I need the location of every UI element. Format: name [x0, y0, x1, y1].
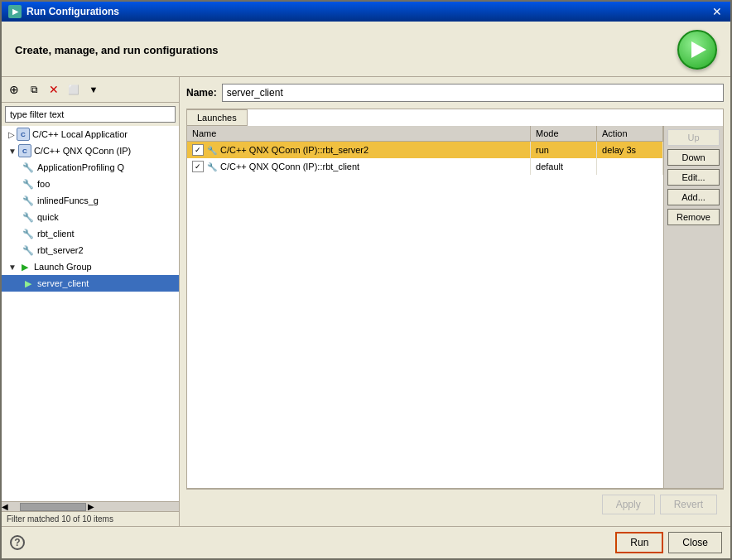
- filter-icon: ▼: [89, 84, 99, 94]
- row2-name-text: C/C++ QNX QConn (IP)::rbt_client: [220, 162, 359, 171]
- apply-button[interactable]: Apply: [602, 495, 655, 514]
- name-label: Name:: [186, 87, 217, 99]
- remove-button[interactable]: Remove: [667, 209, 720, 225]
- tree-item-cpp-qnx[interactable]: ▼ C C/C++ QNX QConn (IP): [2, 142, 179, 159]
- edit-button[interactable]: Edit...: [667, 169, 720, 186]
- quick-icon: 🔧: [22, 210, 35, 224]
- tree-label-foo: foo: [37, 179, 50, 189]
- tree-item-appprofiling[interactable]: 🔧 ApplicationProfiling Q: [2, 159, 179, 176]
- run-icon-button[interactable]: [677, 30, 717, 70]
- row2-name: ✓ 🔧 C/C++ QNX QConn (IP)::rbt_client: [187, 158, 531, 175]
- row2-action: [597, 158, 663, 175]
- scroll-left-button[interactable]: ◀: [2, 502, 8, 511]
- tree-label-cpp-qnx: C/C++ QNX QConn (IP): [34, 146, 131, 156]
- delete-icon: ✕: [49, 83, 59, 96]
- new-icon: ⊕: [9, 83, 19, 96]
- play-icon: [691, 41, 706, 58]
- tree-label-launch-group: Launch Group: [34, 262, 92, 272]
- row2-check-group: ✓ 🔧 C/C++ QNX QConn (IP)::rbt_client: [192, 161, 359, 172]
- filter-button[interactable]: ▼: [84, 80, 103, 99]
- cpp-qnx-icon: C: [18, 144, 31, 157]
- row1-name-text: C/C++ QNX QConn (IP)::rbt_server2: [220, 145, 368, 155]
- row2-icon: 🔧: [206, 161, 218, 172]
- close-button[interactable]: Close: [668, 532, 722, 553]
- row1-action: delay 3s: [597, 142, 663, 159]
- revert-button[interactable]: Revert: [660, 495, 717, 514]
- launches-tab-label: Launches: [187, 109, 248, 126]
- down-button[interactable]: Down: [667, 149, 720, 166]
- expand-arrow-launch-group: ▼: [8, 263, 17, 272]
- title-bar: ▶ Run Configurations ✕: [2, 2, 730, 22]
- content-area: ⊕ ⧉ ✕ ⬜ ▼ ▷: [2, 77, 730, 526]
- tree-item-inlinedfuncs[interactable]: 🔧 inlinedFuncs_g: [2, 192, 179, 209]
- row1-checkbox[interactable]: ✓: [192, 144, 204, 156]
- apply-revert-bar: Apply Revert: [186, 489, 724, 519]
- server-client-icon: ▶: [22, 277, 35, 290]
- main-window: ▶ Run Configurations ✕ Create, manage, a…: [0, 0, 732, 560]
- appprofiling-icon: 🔧: [22, 161, 35, 174]
- launches-panel: Launches Name Mode Action: [186, 109, 724, 489]
- tree-label-server-client: server_client: [37, 278, 89, 288]
- tree-toolbar: ⊕ ⧉ ✕ ⬜ ▼: [2, 77, 179, 103]
- window-icon: ▶: [8, 5, 22, 18]
- scroll-right-button[interactable]: ▶: [88, 502, 94, 511]
- help-button[interactable]: ?: [10, 535, 25, 550]
- tree-item-rbt-server2[interactable]: 🔧 rbt_server2: [2, 242, 179, 258]
- filter-input[interactable]: [5, 106, 176, 123]
- right-panel: Name: Launches Name Mode: [180, 77, 730, 526]
- cpp-local-icon: C: [17, 128, 30, 141]
- new-config-button[interactable]: ⊕: [5, 80, 23, 99]
- horizontal-scrollbar[interactable]: ◀ ▶: [2, 501, 179, 511]
- tree-label-cpp-local: C/C++ Local Applicatior: [32, 129, 128, 139]
- launches-table: Name Mode Action ✓: [187, 126, 663, 488]
- table-row[interactable]: ✓ 🔧 C/C++ QNX QConn (IP)::rbt_server2 ru…: [187, 142, 663, 159]
- title-bar-left: ▶ Run Configurations: [8, 5, 119, 18]
- tree-item-launch-group[interactable]: ▼ ▶ Launch Group: [2, 258, 179, 275]
- row1-mode: run: [531, 142, 597, 159]
- col-header-name: Name: [187, 126, 531, 142]
- run-button[interactable]: Run: [615, 532, 663, 553]
- delete-config-button[interactable]: ✕: [45, 80, 63, 99]
- tree-item-server-client[interactable]: ▶ server_client: [2, 275, 179, 292]
- up-button[interactable]: Up: [667, 129, 720, 146]
- left-panel: ⊕ ⧉ ✕ ⬜ ▼ ▷: [2, 77, 180, 526]
- rbt-server2-icon: 🔧: [22, 244, 35, 257]
- scroll-thumb[interactable]: [20, 503, 86, 511]
- close-window-button[interactable]: ✕: [710, 5, 724, 18]
- window-title: Run Configurations: [26, 6, 119, 17]
- expand-arrow-cpp-qnx: ▼: [8, 147, 17, 156]
- col-header-mode: Mode: [531, 126, 597, 142]
- row1-icon: 🔧: [206, 144, 218, 156]
- export-icon: ⬜: [68, 84, 79, 95]
- inlinedfuncs-icon: 🔧: [22, 194, 35, 207]
- tree-label-appprofiling: ApplicationProfiling Q: [37, 162, 124, 172]
- side-buttons: Up Down Edit... Add... Remove: [663, 126, 723, 488]
- tree-item-foo[interactable]: 🔧 foo: [2, 176, 179, 192]
- row2-checkbox[interactable]: ✓: [192, 161, 204, 172]
- tree-label-inlinedfuncs: inlinedFuncs_g: [37, 196, 99, 205]
- launches-tab[interactable]: Launches: [187, 109, 723, 126]
- tree-label-rbt-client: rbt_client: [37, 229, 75, 239]
- duplicate-icon: ⧉: [31, 84, 38, 95]
- tree-item-rbt-client[interactable]: 🔧 rbt_client: [2, 225, 179, 242]
- filter-count: Filter matched 10 of 10 items: [2, 511, 179, 526]
- tree-item-quick[interactable]: 🔧 quick: [2, 209, 179, 225]
- expand-arrow-cpp-local: ▷: [8, 130, 15, 139]
- table-row[interactable]: ✓ 🔧 C/C++ QNX QConn (IP)::rbt_client def…: [187, 158, 663, 175]
- rbt-client-icon: 🔧: [22, 227, 35, 240]
- duplicate-config-button[interactable]: ⧉: [25, 80, 43, 99]
- add-button[interactable]: Add...: [667, 189, 720, 205]
- tree-item-cpp-local[interactable]: ▷ C C/C++ Local Applicatior: [2, 126, 179, 142]
- row1-check-group: ✓ 🔧 C/C++ QNX QConn (IP)::rbt_server2: [192, 144, 368, 156]
- row1-name: ✓ 🔧 C/C++ QNX QConn (IP)::rbt_server2: [187, 142, 531, 159]
- launches-content: Name Mode Action ✓: [187, 126, 723, 488]
- config-tree: ▷ C C/C++ Local Applicatior ▼ C C/C++ QN…: [2, 126, 179, 501]
- name-row: Name:: [186, 84, 724, 102]
- footer-bar: ? Run Close: [2, 526, 730, 558]
- footer-actions: Run Close: [615, 532, 722, 553]
- launches-data-table: Name Mode Action ✓: [187, 126, 663, 175]
- export-button[interactable]: ⬜: [65, 80, 83, 99]
- name-input[interactable]: [222, 84, 724, 102]
- header-title: Create, manage, and run configurations: [15, 44, 219, 56]
- header-area: Create, manage, and run configurations: [2, 22, 730, 77]
